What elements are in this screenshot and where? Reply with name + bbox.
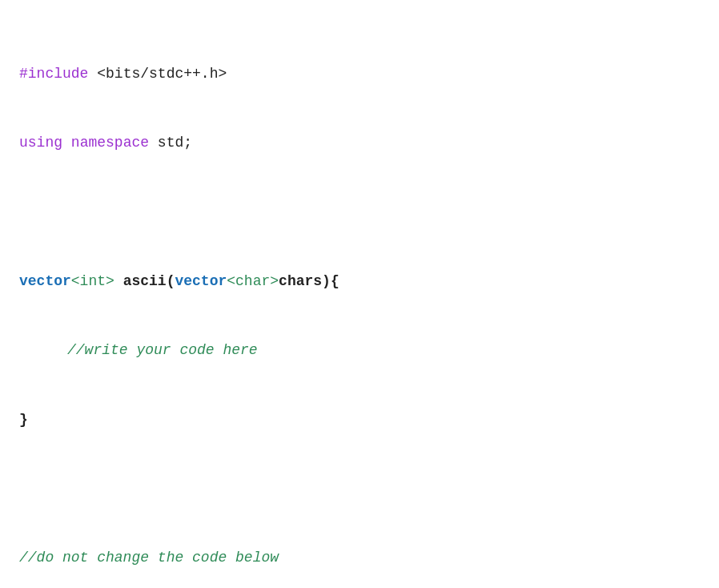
code-editor: #include <bits/stdc++.h> using namespace…: [19, 16, 700, 588]
char-type-1: <char>: [227, 273, 279, 289]
do-not-change-comment: //do not change the code below: [19, 550, 279, 566]
write-comment: //write your code here: [67, 342, 258, 358]
line-8: //do not change the code below: [19, 546, 700, 570]
vector-keyword-1: vector: [19, 273, 71, 289]
vector-keyword-2: vector: [175, 273, 227, 289]
line-5: //write your code here: [19, 339, 700, 362]
ascii-func: ascii(: [114, 273, 175, 289]
namespace-keyword: namespace: [71, 135, 149, 151]
include-path: <bits/stdc++.h>: [88, 66, 227, 82]
line-3-blank: [19, 200, 700, 224]
line-4: vector<int> ascii(vector<char>chars){: [19, 270, 700, 293]
line-6: }: [19, 409, 700, 432]
line-7-blank: [19, 477, 700, 501]
include-keyword: #include: [19, 66, 88, 82]
close-brace-1: }: [19, 412, 28, 428]
line-1: #include <bits/stdc++.h>: [19, 62, 700, 86]
chars-param: chars){: [279, 273, 339, 289]
using-namespace: [62, 135, 71, 151]
using-keyword: using: [19, 135, 62, 151]
std-text: std;: [149, 135, 192, 151]
line-2: using namespace std;: [19, 131, 700, 155]
int-type-1: <int>: [71, 273, 114, 289]
